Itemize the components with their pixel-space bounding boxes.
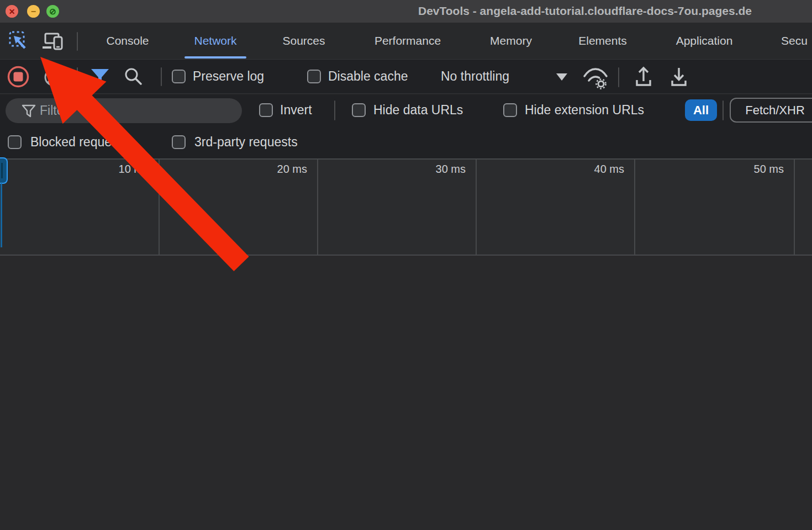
tab-application[interactable]: Application bbox=[663, 23, 746, 59]
toolbar-separator bbox=[618, 67, 619, 87]
inspect-element-icon bbox=[8, 30, 30, 52]
request-type-fetch-xhr-button[interactable]: Fetch/XHR bbox=[730, 98, 812, 123]
export-har-icon bbox=[668, 66, 689, 89]
network-overview[interactable]: 10 ms 20 ms 30 ms 40 ms 50 ms bbox=[0, 158, 812, 256]
hide-extension-urls-label: Hide extension URLs bbox=[525, 103, 644, 117]
preserve-log-checkbox[interactable] bbox=[172, 70, 186, 83]
filter-separator bbox=[723, 100, 724, 120]
tab-performance[interactable]: Performance bbox=[360, 23, 455, 59]
ruler-label-50ms: 50 ms bbox=[754, 163, 784, 176]
record-stop-icon bbox=[6, 65, 30, 89]
third-party-requests-label: 3rd-party requests bbox=[194, 135, 298, 149]
blocked-requests-label: Blocked requests bbox=[30, 135, 128, 149]
hide-extension-urls-checkbox[interactable] bbox=[503, 103, 517, 117]
more-filters-bar: Blocked requests 3rd-party requests bbox=[0, 126, 812, 158]
filter-input[interactable]: Filter bbox=[6, 98, 242, 123]
throttling-caret-icon[interactable] bbox=[556, 73, 567, 81]
ruler-label-20ms: 20 ms bbox=[277, 163, 307, 176]
overview-range-handle-line bbox=[1, 183, 2, 247]
request-type-all-button[interactable]: All bbox=[685, 99, 717, 121]
tab-console[interactable]: Console bbox=[97, 23, 158, 59]
search-icon bbox=[124, 67, 144, 87]
tab-sources[interactable]: Sources bbox=[273, 23, 334, 59]
ruler-divider bbox=[317, 160, 318, 255]
toolbar-separator bbox=[77, 67, 78, 86]
devtools-window: ✕ − ⊘ DevTools - angela-add-tutorial.clo… bbox=[0, 0, 812, 530]
third-party-requests-checkbox[interactable] bbox=[172, 135, 186, 149]
tab-network[interactable]: Network bbox=[184, 23, 246, 59]
tab-bar: Console Network Sources Performance Memo… bbox=[0, 23, 812, 60]
tabbar-separator bbox=[77, 32, 78, 51]
tab-security[interactable]: Secu bbox=[778, 23, 812, 59]
blocked-requests-checkbox[interactable] bbox=[8, 135, 22, 149]
network-conditions-button[interactable] bbox=[581, 65, 610, 89]
throttling-select[interactable]: No throttling bbox=[441, 69, 509, 83]
ruler-divider bbox=[634, 160, 635, 255]
invert-label: Invert bbox=[280, 103, 312, 117]
network-conditions-icon bbox=[581, 65, 610, 89]
clear-button[interactable] bbox=[43, 67, 64, 88]
minimize-icon[interactable]: − bbox=[27, 5, 40, 18]
export-har-button[interactable] bbox=[668, 66, 689, 89]
record-stop-button[interactable] bbox=[6, 65, 30, 89]
disable-cache-checkbox[interactable] bbox=[307, 70, 321, 83]
ruler-label-30ms: 30 ms bbox=[436, 163, 466, 176]
disable-cache-label: Disable cache bbox=[328, 69, 408, 83]
network-toolbar: Preserve log Disable cache No throttling bbox=[0, 60, 812, 94]
filter-input-funnel-icon bbox=[21, 104, 36, 118]
fullscreen-icon[interactable]: ⊘ bbox=[46, 5, 59, 18]
titlebar: ✕ − ⊘ DevTools - angela-add-tutorial.clo… bbox=[0, 0, 812, 23]
tab-elements[interactable]: Elements bbox=[568, 23, 637, 59]
ruler-divider bbox=[476, 160, 477, 255]
invert-checkbox[interactable] bbox=[259, 103, 273, 117]
filter-toggle-button[interactable] bbox=[90, 68, 110, 86]
device-toolbar-button[interactable] bbox=[41, 31, 65, 51]
toolbar-separator bbox=[161, 67, 162, 86]
preserve-log-label: Preserve log bbox=[193, 69, 264, 83]
requests-panel: Recordi Perform a request bbox=[0, 256, 812, 530]
import-har-button[interactable] bbox=[633, 66, 654, 89]
hide-data-urls-label: Hide data URLs bbox=[373, 103, 463, 117]
ruler-label-10ms: 10 ms bbox=[119, 163, 149, 176]
ruler-divider bbox=[794, 160, 795, 255]
tab-memory[interactable]: Memory bbox=[481, 23, 541, 59]
inspect-element-button[interactable] bbox=[8, 30, 30, 52]
search-button[interactable] bbox=[124, 67, 144, 87]
filter-separator bbox=[334, 100, 335, 120]
filter-bar: Filter Invert Hide data URLs Hide extens… bbox=[0, 94, 812, 126]
hide-data-urls-checkbox[interactable] bbox=[352, 103, 366, 117]
filter-funnel-icon bbox=[90, 68, 110, 86]
overview-range-handle[interactable] bbox=[0, 157, 8, 184]
ruler-divider bbox=[159, 160, 160, 255]
ruler-label-40ms: 40 ms bbox=[594, 163, 624, 176]
filter-placeholder: Filter bbox=[40, 103, 68, 118]
window-title: DevTools - angela-add-tutorial.cloudflar… bbox=[418, 4, 752, 18]
device-toolbar-icon bbox=[41, 31, 65, 51]
import-har-icon bbox=[633, 66, 654, 89]
clear-icon bbox=[43, 67, 64, 88]
close-icon[interactable]: ✕ bbox=[6, 5, 18, 18]
